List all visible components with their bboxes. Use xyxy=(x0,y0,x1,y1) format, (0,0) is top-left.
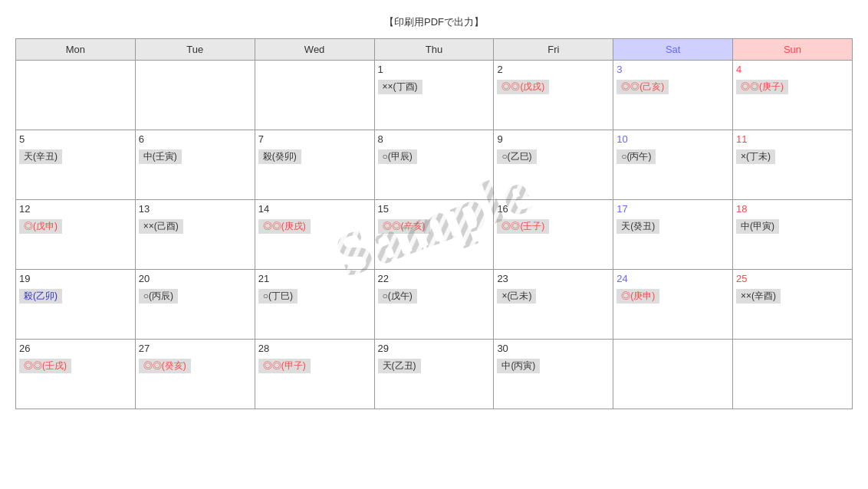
header-tue: Tue xyxy=(135,39,255,61)
day-number: 12 xyxy=(19,203,132,215)
day-cell: 26◎◎(壬戌) xyxy=(16,340,135,409)
day-number: 14 xyxy=(258,203,371,215)
day-label: ○(丙午) xyxy=(616,149,656,164)
day-cell xyxy=(16,61,135,130)
day-cell xyxy=(136,61,255,130)
header-wed: Wed xyxy=(255,39,374,61)
day-number: 9 xyxy=(497,133,610,145)
table-row: 11×(丁未) xyxy=(733,130,853,200)
table-row: 5天(辛丑) xyxy=(16,130,136,200)
day-cell: 24◎(庚申) xyxy=(613,270,732,339)
day-cell: 30中(丙寅) xyxy=(494,340,613,409)
day-cell: 21○(丁巳) xyxy=(255,270,374,339)
day-cell: 25××(辛酉) xyxy=(733,270,852,339)
day-number: 1 xyxy=(378,64,491,75)
day-label: ◎◎(癸亥) xyxy=(139,359,191,373)
header-sat: Sat xyxy=(613,39,733,61)
day-number: 18 xyxy=(736,203,849,215)
day-number: 3 xyxy=(616,64,729,75)
day-label: ◎◎(辛亥) xyxy=(378,219,430,234)
day-cell: 27◎◎(癸亥) xyxy=(136,340,255,409)
day-label: 天(癸丑) xyxy=(616,219,659,234)
day-cell: 7殺(癸卯) xyxy=(255,130,374,199)
day-number: 23 xyxy=(497,273,610,284)
table-row xyxy=(613,340,733,409)
day-number: 6 xyxy=(139,133,252,145)
table-row: 29天(乙丑) xyxy=(374,340,494,409)
day-cell: 9○(乙巳) xyxy=(494,130,613,199)
table-row: 7殺(癸卯) xyxy=(255,130,374,200)
calendar-week-row: 12◎(戊申)13××(己酉)14◎◎(庚戌)15◎◎(辛亥)16◎◎(壬子)1… xyxy=(16,200,853,270)
day-label: ×(己未) xyxy=(497,289,536,304)
table-row: 6中(壬寅) xyxy=(135,130,255,200)
header-fri: Fri xyxy=(494,39,613,61)
table-row: 25××(辛酉) xyxy=(733,270,853,340)
day-number: 24 xyxy=(616,273,729,284)
day-number: 21 xyxy=(258,273,371,284)
day-cell: 6中(壬寅) xyxy=(136,130,255,199)
calendar-week-row: 19殺(乙卯)20○(丙辰)21○(丁巳)22○(戊午)23×(己未)24◎(庚… xyxy=(16,270,853,340)
table-row: 27◎◎(癸亥) xyxy=(135,340,255,409)
day-cell: 28◎◎(甲子) xyxy=(255,340,374,409)
day-cell: 20○(丙辰) xyxy=(136,270,255,339)
day-label: ◎◎(壬戌) xyxy=(19,359,71,373)
table-row xyxy=(16,61,136,130)
table-row: 28◎◎(甲子) xyxy=(255,340,374,409)
print-pdf-link[interactable]: 【印刷用PDFで出力】 xyxy=(384,16,484,28)
day-cell: 18中(甲寅) xyxy=(733,200,852,269)
day-cell: 15◎◎(辛亥) xyxy=(375,200,494,269)
day-label: ○(乙巳) xyxy=(497,149,536,164)
calendar-table: Mon Tue Wed Thu Fri Sat Sun 1××(丁酉)2◎◎(戊… xyxy=(15,38,853,409)
day-number: 4 xyxy=(736,64,849,75)
calendar-header-row: Mon Tue Wed Thu Fri Sat Sun xyxy=(16,39,853,61)
day-number: 17 xyxy=(616,203,729,215)
day-cell: 29天(乙丑) xyxy=(375,340,494,409)
day-label: 殺(乙卯) xyxy=(19,289,62,304)
day-number: 25 xyxy=(736,273,849,284)
day-number: 10 xyxy=(616,133,729,145)
header-sun: Sun xyxy=(733,39,853,61)
day-label: 中(甲寅) xyxy=(736,219,779,234)
table-row: 23×(己未) xyxy=(494,270,613,340)
calendar-week-row: 1××(丁酉)2◎◎(戊戌)3◎◎(己亥)4◎◎(庚子) xyxy=(16,61,853,130)
table-row xyxy=(733,340,853,409)
day-cell: 8○(甲辰) xyxy=(375,130,494,199)
day-label: ○(丙辰) xyxy=(139,289,178,304)
day-number: 29 xyxy=(378,343,491,354)
day-number: 30 xyxy=(497,343,610,354)
day-number: 28 xyxy=(258,343,371,354)
day-label: ○(戊午) xyxy=(378,289,417,304)
table-row: 17天(癸丑) xyxy=(613,200,733,270)
table-row: 15◎◎(辛亥) xyxy=(374,200,494,270)
day-cell: 2◎◎(戊戌) xyxy=(494,61,613,130)
day-label: 中(丙寅) xyxy=(497,359,540,373)
day-cell: 17天(癸丑) xyxy=(613,200,732,269)
day-number: 7 xyxy=(258,133,371,145)
day-cell: 5天(辛丑) xyxy=(16,130,135,199)
day-number: 11 xyxy=(736,133,849,145)
table-row: 30中(丙寅) xyxy=(494,340,613,409)
table-row: 2◎◎(戊戌) xyxy=(494,61,613,130)
table-row: 12◎(戊申) xyxy=(16,200,136,270)
day-label: ◎◎(己亥) xyxy=(616,80,669,94)
day-label: 殺(癸卯) xyxy=(258,149,301,164)
header-thu: Thu xyxy=(374,39,494,61)
day-label: ◎◎(甲子) xyxy=(258,359,311,373)
table-row: 20○(丙辰) xyxy=(135,270,255,340)
day-cell: 11×(丁未) xyxy=(733,130,852,199)
day-label: ◎(庚申) xyxy=(616,289,659,304)
day-label: ◎◎(戊戌) xyxy=(497,80,549,94)
day-number: 19 xyxy=(19,273,132,284)
calendar-week-row: 26◎◎(壬戌)27◎◎(癸亥)28◎◎(甲子)29天(乙丑)30中(丙寅) xyxy=(16,340,853,409)
table-row: 13××(己酉) xyxy=(135,200,255,270)
day-number: 15 xyxy=(378,203,491,215)
day-label: ○(丁巳) xyxy=(258,289,298,304)
day-label: ××(丁酉) xyxy=(378,80,422,94)
table-row xyxy=(135,61,255,130)
day-label: ◎◎(庚子) xyxy=(736,80,788,94)
day-number: 27 xyxy=(139,343,252,354)
day-number: 2 xyxy=(497,64,610,75)
calendar-week-row: 5天(辛丑)6中(壬寅)7殺(癸卯)8○(甲辰)9○(乙巳)10○(丙午)11×… xyxy=(16,130,853,200)
day-cell: 3◎◎(己亥) xyxy=(613,61,732,130)
table-row: 8○(甲辰) xyxy=(374,130,494,200)
